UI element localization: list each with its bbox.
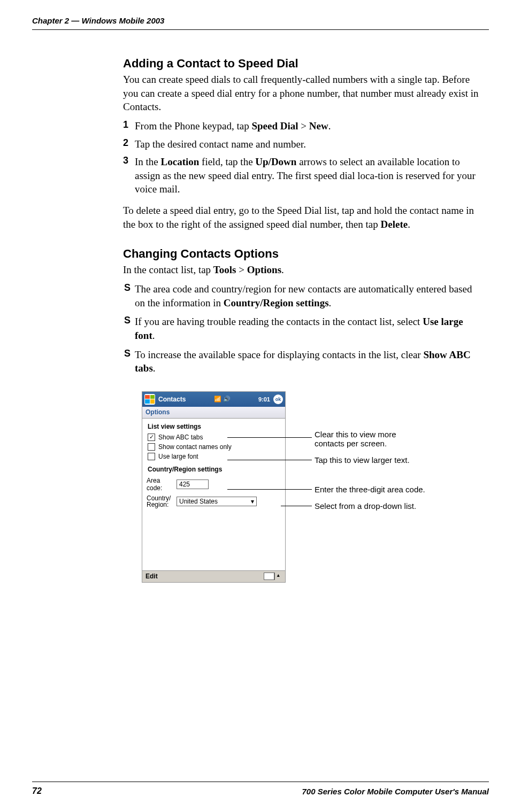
section1-title: Adding a Contact to Speed Dial (123, 57, 481, 71)
annotation-line-1 (227, 437, 312, 438)
ok-button[interactable]: ok (273, 395, 283, 404)
step-content: Tap the desired contact name and number. (135, 137, 481, 151)
annotation-2: Tap this to view larger text. (315, 455, 410, 465)
keyboard-icon[interactable] (264, 573, 274, 580)
bullet-symbol: S (123, 315, 135, 342)
edit-menu[interactable]: Edit (145, 573, 158, 580)
country-value: United States (179, 498, 218, 505)
annotation-line-4 (281, 506, 312, 506)
windows-flag-icon (145, 395, 155, 404)
list-view-settings-label: List view settings (142, 419, 285, 432)
pda-title-bar: Contacts 📶 🔊 9:01 ok (142, 392, 285, 407)
area-code-label: Area code: (147, 477, 177, 492)
country-region-field-label: Country/ Region: (147, 495, 177, 508)
pda-footer-bar: Edit ▴ (142, 570, 285, 582)
signal-icon: 📶 🔊 (214, 396, 231, 403)
page-number: 72 (32, 786, 42, 796)
checkbox-empty-icon[interactable] (148, 453, 155, 460)
show-contact-names-row[interactable]: Show contact names only (142, 442, 285, 452)
step-content: In the Location field, tap the Up/Down a… (135, 155, 481, 196)
page-header: Chapter 2 — Windows Mobile 2003 (32, 16, 489, 30)
checkbox-empty-icon[interactable] (148, 443, 155, 451)
bullet-content: To increase the available space for disp… (135, 348, 481, 375)
bullet-symbol: S (123, 282, 135, 310)
clock-time: 9:01 (258, 396, 270, 403)
step-number: 1 (123, 119, 135, 133)
bullet-content: If you are having trouble reading the co… (135, 315, 481, 342)
section1-outro: To delete a speed dial entry, go to the … (123, 204, 481, 231)
options-subheader: Options (142, 407, 285, 419)
header-sep: — (71, 16, 79, 25)
page-content: Adding a Contact to Speed Dial You can c… (32, 57, 489, 583)
step-3: 3 In the Location field, tap the Up/Down… (123, 155, 481, 196)
country-region-row: Country/ Region: United States ▾ (142, 493, 285, 509)
chapter-title: Windows Mobile 2003 (82, 16, 165, 25)
area-code-input[interactable]: 425 (177, 480, 209, 489)
bullet-2: S If you are having trouble reading the … (123, 315, 481, 342)
annotation-3: Enter the three-digit area code. (315, 485, 425, 494)
checkbox-label: Show contact names only (158, 443, 232, 451)
bullet-1: S The area code and country/region for n… (123, 282, 481, 310)
manual-title: 700 Series Color Mobile Computer User's … (302, 787, 489, 796)
chapter-label: Chapter 2 (32, 16, 69, 25)
sip-arrow-icon[interactable]: ▴ (274, 573, 282, 580)
start-icon[interactable] (144, 394, 155, 405)
area-code-row: Area code: 425 (142, 475, 285, 493)
checkbox-checked-icon[interactable]: ✓ (148, 434, 155, 441)
bullet-content: The area code and country/region for new… (135, 282, 481, 310)
annotation-1: Clear this to view more contacts per scr… (315, 430, 416, 448)
step-number: 2 (123, 137, 135, 151)
country-select[interactable]: United States ▾ (177, 497, 257, 506)
annotation-4: Select from a drop-down list. (315, 501, 416, 511)
section2-intro: In the contact list, tap Tools > Options… (123, 263, 481, 277)
bullet-symbol: S (123, 348, 135, 375)
speed-dial-steps: 1 From the Phone keypad, tap Speed Dial … (123, 119, 481, 196)
screenshot-container: Contacts 📶 🔊 9:01 ok Options List view s… (123, 391, 481, 583)
bullet-3: S To increase the available space for di… (123, 348, 481, 375)
checkbox-label: Show ABC tabs (158, 434, 203, 441)
step-content: From the Phone keypad, tap Speed Dial > … (135, 119, 481, 133)
section1-intro: You can create speed dials to call frequ… (123, 73, 481, 114)
annotation-line-2 (227, 460, 312, 460)
app-title: Contacts (158, 396, 186, 403)
annotation-line-3 (227, 489, 312, 490)
country-region-label: Country/Region settings (142, 461, 285, 475)
pda-screenshot: Contacts 📶 🔊 9:01 ok Options List view s… (142, 391, 286, 583)
step-1: 1 From the Phone keypad, tap Speed Dial … (123, 119, 481, 133)
options-bullets: S The area code and country/region for n… (123, 282, 481, 375)
dropdown-arrow-icon: ▾ (251, 498, 254, 505)
step-number: 3 (123, 155, 135, 196)
step-2: 2 Tap the desired contact name and numbe… (123, 137, 481, 151)
checkbox-label: Use large font (158, 453, 198, 460)
section2-title: Changing Contacts Options (123, 247, 481, 261)
page-footer: 72 700 Series Color Mobile Computer User… (32, 782, 489, 796)
